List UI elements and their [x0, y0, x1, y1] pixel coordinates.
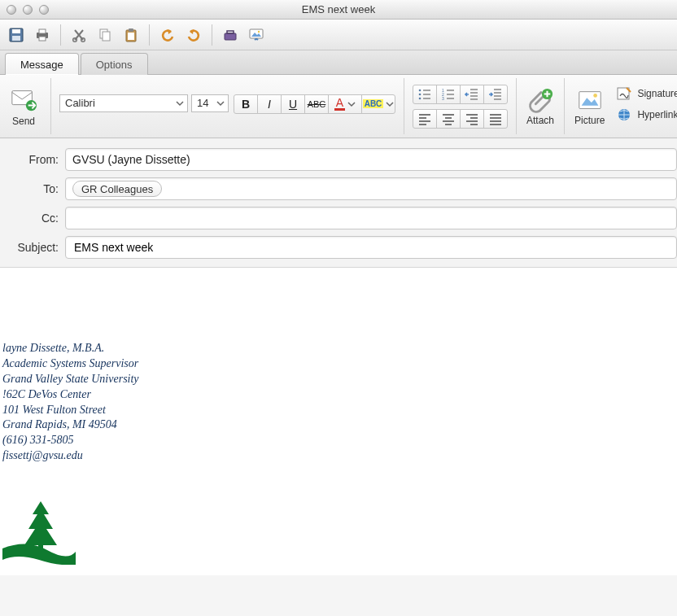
undo-button[interactable] — [156, 24, 179, 46]
media-browser-button[interactable] — [245, 24, 268, 46]
ribbon: Send Calibri 14 B I U ABC A — [0, 75, 677, 138]
cc-row: Cc: — [0, 203, 677, 233]
chevron-down-icon — [216, 99, 225, 107]
cc-input[interactable] — [72, 211, 670, 225]
bulleted-list-button[interactable] — [413, 85, 437, 104]
picture-button[interactable]: Picture — [573, 85, 606, 128]
font-color-label: A — [334, 97, 345, 111]
toolbox-button[interactable] — [219, 24, 242, 46]
strike-label: ABC — [308, 99, 326, 109]
svg-point-19 — [419, 89, 421, 91]
svg-point-20 — [419, 93, 421, 95]
decrease-indent-icon — [464, 86, 480, 103]
bold-button[interactable]: B — [234, 94, 258, 114]
undo-icon — [159, 27, 176, 43]
font-size-select[interactable]: 14 — [191, 94, 229, 112]
send-icon — [10, 85, 37, 113]
sig-line-5: 101 West Fulton Street — [2, 403, 677, 418]
sig-line-2: Academic Systems Supervisor — [2, 356, 677, 372]
paste-button[interactable] — [120, 24, 142, 46]
highlight-label: ABC — [363, 99, 384, 108]
numbered-list-icon: 123 — [440, 86, 456, 103]
signature-logo — [2, 501, 76, 565]
svg-text:3: 3 — [442, 96, 444, 101]
separator — [149, 24, 150, 46]
paperclip-icon — [526, 87, 554, 115]
align-right-button[interactable] — [460, 109, 484, 129]
separator — [212, 24, 212, 46]
align-left-button[interactable] — [413, 109, 437, 129]
strikethrough-button[interactable]: ABC — [304, 94, 329, 114]
numbered-list-button[interactable]: 123 — [436, 85, 461, 104]
highlight-button[interactable]: ABC — [361, 94, 395, 114]
svg-rect-26 — [579, 91, 600, 108]
svg-rect-5 — [39, 37, 46, 41]
send-label: Send — [12, 116, 35, 127]
zoom-window-button[interactable] — [39, 5, 49, 15]
clipboard-icon — [123, 27, 139, 43]
attach-button[interactable]: Attach — [525, 85, 556, 128]
justify-icon — [487, 111, 504, 127]
close-window-button[interactable] — [7, 5, 16, 15]
copy-button[interactable] — [94, 24, 116, 46]
font-name-select[interactable]: Calibri — [59, 94, 188, 112]
font-size-value: 14 — [197, 97, 208, 109]
tab-message[interactable]: Message — [5, 53, 79, 75]
font-name-value: Calibri — [65, 97, 95, 109]
italic-button[interactable]: I — [257, 94, 282, 114]
svg-rect-1 — [12, 29, 20, 33]
decrease-indent-button[interactable] — [460, 85, 484, 104]
justify-button[interactable] — [483, 109, 508, 129]
recipient-token[interactable]: GR Colleagues — [72, 181, 162, 197]
message-body[interactable]: layne Dissette, M.B.A. Academic Systems … — [0, 268, 677, 575]
svg-rect-11 — [129, 28, 133, 32]
signatures-button[interactable]: Signatures — [616, 85, 677, 102]
chevron-down-icon — [386, 100, 394, 108]
subject-input[interactable] — [72, 240, 670, 255]
attach-group: Attach — [517, 78, 565, 134]
cut-button[interactable] — [68, 24, 90, 46]
from-field[interactable]: GVSU (Jayne Dissette) — [65, 148, 677, 171]
font-group: Calibri 14 B I U ABC A ABC — [51, 78, 404, 134]
titlebar: EMS next week — [0, 0, 677, 20]
svg-rect-14 — [227, 31, 234, 33]
svg-rect-15 — [250, 29, 263, 38]
to-row: To: GR Colleagues — [0, 174, 677, 203]
sig-line-3: Grand Valley State University — [2, 372, 677, 387]
sig-line-7: (616) 331-5805 — [2, 433, 677, 448]
to-field[interactable]: GR Colleagues — [65, 177, 677, 200]
svg-rect-9 — [103, 32, 110, 41]
printer-icon — [34, 27, 50, 43]
scissors-icon — [71, 27, 87, 43]
font-color-button[interactable]: A — [328, 94, 362, 114]
message-headers: From: GVSU (Jayne Dissette) To: GR Colle… — [0, 138, 677, 268]
svg-rect-13 — [225, 33, 236, 40]
sig-line-4: !62C DeVos Center — [2, 387, 677, 403]
tab-options[interactable]: Options — [81, 53, 148, 75]
minimize-window-button[interactable] — [23, 5, 33, 15]
picture-icon — [576, 87, 604, 115]
underline-button[interactable]: U — [281, 94, 305, 114]
window-title: EMS next week — [0, 3, 677, 15]
print-button[interactable] — [31, 24, 54, 46]
align-center-icon — [440, 111, 456, 127]
sig-line-6: Grand Rapids, MI 49504 — [2, 417, 677, 433]
chevron-down-icon — [347, 100, 356, 108]
paragraph-group: 123 — [404, 78, 517, 134]
send-button[interactable]: Send — [8, 84, 39, 129]
bold-label: B — [242, 98, 250, 111]
cc-field[interactable] — [65, 207, 677, 229]
signatures-label: Signatures — [637, 88, 677, 99]
subject-field[interactable] — [65, 236, 677, 259]
hyperlink-button[interactable]: Hyperlink — [616, 107, 677, 123]
increase-indent-button[interactable] — [483, 85, 508, 104]
align-center-button[interactable] — [436, 109, 461, 129]
align-right-icon — [464, 111, 480, 127]
redo-button[interactable] — [182, 24, 205, 46]
to-label: To: — [0, 182, 65, 195]
road-icon — [2, 542, 76, 565]
increase-indent-icon — [487, 86, 504, 103]
save-button[interactable] — [5, 24, 28, 46]
svg-rect-2 — [12, 36, 20, 41]
underline-label: U — [289, 98, 297, 111]
